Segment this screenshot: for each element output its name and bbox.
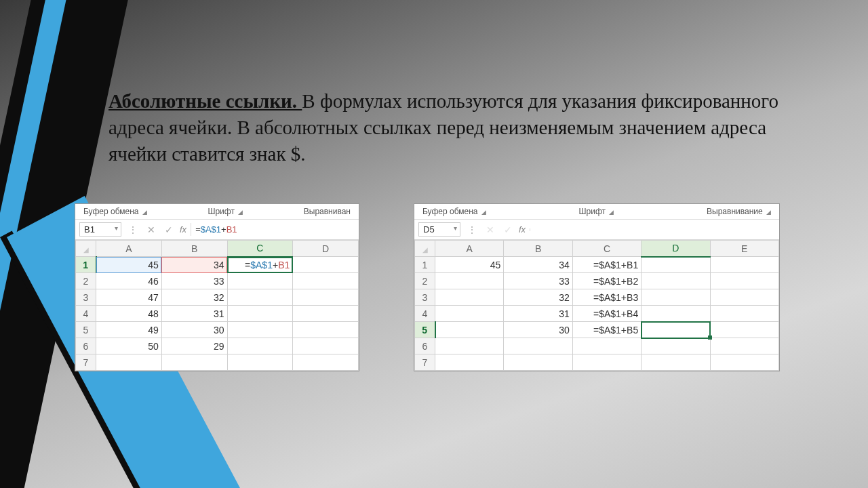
row-header[interactable]: 6 xyxy=(76,338,96,354)
spreadsheet-grid[interactable]: A B C D E 14534=$A$1+B1 233=$A$1+B2 332=… xyxy=(414,240,779,371)
cell[interactable]: 50 xyxy=(96,338,162,354)
cell[interactable] xyxy=(435,289,504,306)
select-all-corner[interactable] xyxy=(415,241,435,257)
column-header[interactable]: C xyxy=(227,241,293,257)
formula-bar[interactable] xyxy=(530,228,775,231)
cell[interactable] xyxy=(161,354,227,371)
row-header[interactable]: 7 xyxy=(76,354,96,371)
cell[interactable]: 45 xyxy=(435,257,504,273)
name-box[interactable]: D5 xyxy=(418,222,460,237)
cell[interactable] xyxy=(710,306,778,322)
cell[interactable]: 49 xyxy=(96,322,162,338)
cell[interactable] xyxy=(710,257,778,273)
cell[interactable] xyxy=(642,289,710,306)
cell[interactable]: 33 xyxy=(504,273,572,289)
row-header[interactable]: 1 xyxy=(415,257,435,273)
column-header[interactable]: B xyxy=(161,241,227,257)
cell[interactable] xyxy=(293,289,359,306)
cell[interactable] xyxy=(435,322,504,338)
cell[interactable] xyxy=(642,273,710,289)
cell[interactable] xyxy=(293,354,359,371)
cell[interactable]: 29 xyxy=(161,338,227,354)
cell[interactable] xyxy=(435,273,504,289)
cell[interactable] xyxy=(642,257,710,273)
row-header[interactable]: 2 xyxy=(76,273,96,289)
dialog-launcher-icon[interactable]: ◢ xyxy=(765,209,771,216)
column-header[interactable]: B xyxy=(504,241,572,257)
cell[interactable]: 34 xyxy=(504,257,572,273)
cell[interactable] xyxy=(435,306,504,322)
cell[interactable]: 45 xyxy=(96,257,162,273)
cell[interactable]: 46 xyxy=(96,273,162,289)
column-header[interactable]: C xyxy=(572,241,641,257)
spreadsheet-grid[interactable]: A B C D 1 45 34 =$A$1+B1 24633 34732 448… xyxy=(75,240,359,371)
cell[interactable] xyxy=(710,273,778,289)
cell[interactable] xyxy=(642,338,710,354)
column-header[interactable]: E xyxy=(710,241,778,257)
select-all-corner[interactable] xyxy=(76,241,96,257)
cell[interactable] xyxy=(96,354,162,371)
dialog-launcher-icon[interactable]: ◢ xyxy=(237,209,243,216)
cell[interactable]: 32 xyxy=(504,289,572,306)
cell[interactable] xyxy=(710,289,778,306)
row-header[interactable]: 5 xyxy=(415,322,435,338)
cell[interactable]: 31 xyxy=(504,306,572,322)
cell[interactable]: 31 xyxy=(161,306,227,322)
cell[interactable] xyxy=(293,273,359,289)
cancel-icon[interactable]: ✕ xyxy=(144,224,158,235)
cell[interactable] xyxy=(293,257,359,273)
cell[interactable] xyxy=(710,322,778,338)
cell[interactable] xyxy=(293,306,359,322)
cell[interactable] xyxy=(435,338,504,354)
cell[interactable] xyxy=(227,338,293,354)
cell[interactable] xyxy=(435,354,504,371)
row-header[interactable]: 7 xyxy=(415,354,435,371)
cell-editing[interactable]: =$A$1+B1 xyxy=(227,257,293,273)
cell[interactable]: 48 xyxy=(96,306,162,322)
cell[interactable] xyxy=(227,322,293,338)
cell[interactable]: 33 xyxy=(161,273,227,289)
cell[interactable]: 30 xyxy=(504,322,572,338)
cell[interactable]: =$A$1+B2 xyxy=(572,273,641,289)
dialog-launcher-icon[interactable]: ◢ xyxy=(608,209,614,216)
cell[interactable] xyxy=(504,354,572,371)
row-header[interactable]: 1 xyxy=(76,257,96,273)
row-header[interactable]: 5 xyxy=(76,322,96,338)
cell[interactable] xyxy=(642,306,710,322)
formula-bar[interactable]: =$A$1+B1 xyxy=(191,223,355,236)
cell[interactable]: =$A$1+B1 xyxy=(572,257,641,273)
enter-icon[interactable]: ✓ xyxy=(162,224,176,235)
row-header[interactable]: 4 xyxy=(76,306,96,322)
column-header[interactable]: D xyxy=(293,241,359,257)
cell[interactable] xyxy=(227,306,293,322)
cell[interactable] xyxy=(293,338,359,354)
cell[interactable]: 34 xyxy=(161,257,227,273)
cell[interactable]: 47 xyxy=(96,289,162,306)
name-box[interactable]: B1 xyxy=(79,222,121,237)
cell[interactable] xyxy=(572,338,641,354)
cell[interactable] xyxy=(710,338,778,354)
cell[interactable] xyxy=(710,354,778,371)
row-header[interactable]: 3 xyxy=(76,289,96,306)
cell-selected[interactable] xyxy=(642,322,710,338)
fx-icon[interactable]: fx xyxy=(180,224,186,235)
cell[interactable] xyxy=(504,338,572,354)
cell[interactable]: =$A$1+B5 xyxy=(572,322,641,338)
column-header[interactable]: A xyxy=(96,241,162,257)
cell[interactable]: 30 xyxy=(161,322,227,338)
cell[interactable] xyxy=(227,273,293,289)
row-header[interactable]: 4 xyxy=(415,306,435,322)
cell[interactable]: 32 xyxy=(161,289,227,306)
row-header[interactable]: 6 xyxy=(415,338,435,354)
cell[interactable]: =$A$1+B4 xyxy=(572,306,641,322)
row-header[interactable]: 3 xyxy=(415,289,435,306)
cell[interactable] xyxy=(572,354,641,371)
cell[interactable]: =$A$1+B3 xyxy=(572,289,641,306)
cell[interactable] xyxy=(227,354,293,371)
cell[interactable] xyxy=(293,322,359,338)
fill-handle-icon[interactable] xyxy=(708,336,712,340)
column-header[interactable]: A xyxy=(435,241,504,257)
fx-icon[interactable]: fx xyxy=(519,224,526,235)
cell[interactable] xyxy=(227,289,293,306)
dialog-launcher-icon[interactable]: ◢ xyxy=(141,209,147,216)
